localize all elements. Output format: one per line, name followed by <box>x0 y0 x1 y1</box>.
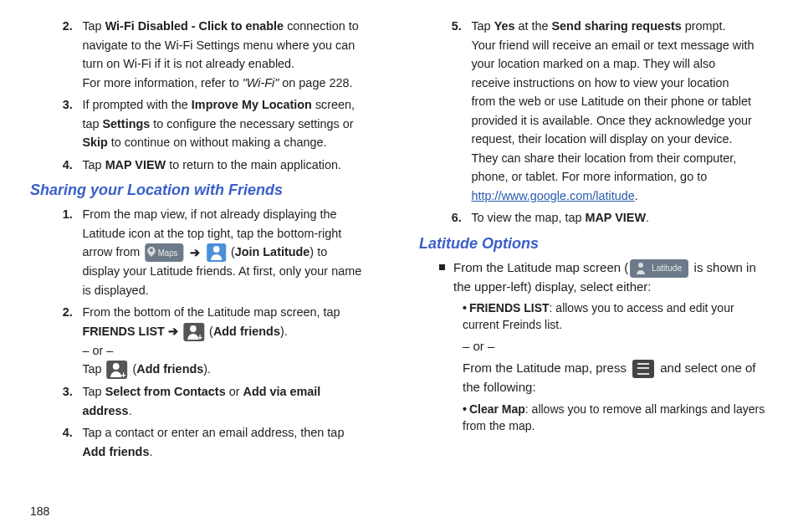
left-column: 2.Tap Wi-Fi Disabled - Click to enable c… <box>30 17 379 532</box>
list-body: Tap MAP VIEW to return to the main appli… <box>82 156 366 175</box>
maps-badge: Maps <box>145 243 183 262</box>
list-number: 4. <box>50 156 82 175</box>
square-bullet-icon <box>439 264 445 270</box>
bullet-item: From the Latitude map screen (Latitude i… <box>439 258 768 297</box>
bullet-text: From the Latitude map screen (Latitude i… <box>453 258 768 297</box>
press-line: From the Latitude map, press and select … <box>463 359 768 397</box>
map-pin-icon <box>147 247 156 258</box>
latitude-icon <box>207 243 226 262</box>
latitude-badge: Latitude <box>630 259 688 278</box>
add-friends-icon: + <box>107 361 128 379</box>
list-item: 4.Tap a contact or enter an email addres… <box>50 423 366 461</box>
list-body: To view the map, tap MAP VIEW. <box>471 208 755 228</box>
external-link[interactable]: http://www.google.com/latitude <box>471 188 634 202</box>
list-body: If prompted with the Improve My Location… <box>82 95 366 152</box>
list-item: 1.From the map view, if not already disp… <box>50 205 366 299</box>
heading-sharing: Sharing your Location with Friends <box>30 179 379 202</box>
list-item: 2.Tap Wi-Fi Disabled - Click to enable c… <box>50 17 366 92</box>
list-number: 5. <box>439 17 471 205</box>
list-number: 2. <box>50 303 82 379</box>
list-item: 2.From the bottom of the Latitude map sc… <box>50 303 366 379</box>
list-body: Tap Wi-Fi Disabled - Click to enable con… <box>82 17 366 92</box>
list-number: 3. <box>50 95 82 152</box>
list-item: 6.To view the map, tap MAP VIEW. <box>439 208 755 228</box>
add-friends-icon: + <box>183 323 204 341</box>
arrow-icon: ➔ <box>190 243 200 263</box>
list-item: 3.Tap Select from Contacts or Add via em… <box>50 382 366 420</box>
list-number: 6. <box>439 208 471 228</box>
right-column: 5.Tap Yes at the Send sharing requests p… <box>419 17 768 532</box>
list-item: 4.Tap MAP VIEW to return to the main app… <box>50 156 366 175</box>
list-number: 2. <box>50 17 82 92</box>
list-number: 4. <box>50 423 82 461</box>
list-body: Tap a contact or enter an email address,… <box>82 423 366 461</box>
list-body: Tap Select from Contacts or Add via emai… <box>82 382 366 420</box>
list-number: 3. <box>50 382 82 420</box>
list-body: From the bottom of the Latitude map scre… <box>82 303 366 379</box>
list-item: 5.Tap Yes at the Send sharing requests p… <box>439 17 755 205</box>
page-number: 188 <box>30 503 49 520</box>
heading-latitude-options: Latitude Options <box>419 233 768 255</box>
list-item: 3.If prompted with the Improve My Locati… <box>50 95 366 152</box>
list-body: From the map view, if not already displa… <box>82 205 366 299</box>
or-separator: – or – <box>463 337 768 356</box>
sub-bullet-clear-map: •Clear Map: allows you to remove all mar… <box>463 401 768 435</box>
menu-icon <box>632 360 654 378</box>
list-number: 1. <box>50 205 82 299</box>
list-body: Tap Yes at the Send sharing requests pro… <box>471 17 755 205</box>
sub-bullet-friends-list: •FRIENDS LIST: allows you to access and … <box>463 299 768 334</box>
